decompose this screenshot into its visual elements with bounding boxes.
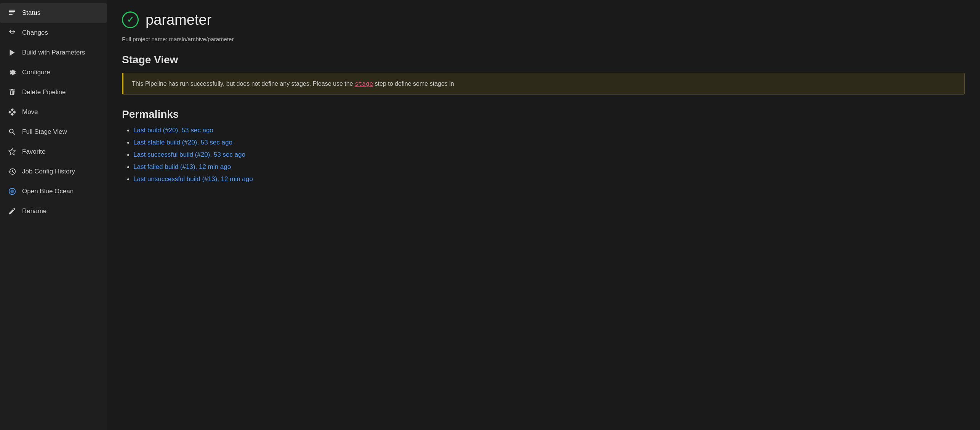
sidebar-item-label: Favorite xyxy=(22,148,45,156)
list-item: Last build (#20), 53 sec ago xyxy=(133,127,965,134)
sidebar-item-status[interactable]: Status xyxy=(0,3,107,23)
list-item: Last stable build (#20), 53 sec ago xyxy=(133,139,965,146)
main-content: ✓ parameter Full project name: marslo/ar… xyxy=(107,0,980,430)
page-header: ✓ parameter xyxy=(122,11,965,28)
sidebar-item-label: Job Config History xyxy=(22,168,75,175)
warning-text-before: This Pipeline has run successfully, but … xyxy=(132,80,355,87)
sidebar-item-favorite[interactable]: Favorite xyxy=(0,142,107,162)
sidebar-item-full-stage-view[interactable]: Full Stage View xyxy=(0,122,107,142)
permalink-link-last-failed-build[interactable]: Last failed build (#13), 12 min ago xyxy=(133,163,231,170)
svg-rect-2 xyxy=(9,13,14,13)
permalinks-list: Last build (#20), 53 sec agoLast stable … xyxy=(122,127,965,183)
search-icon xyxy=(8,127,17,136)
permalink-link-last-successful-build[interactable]: Last successful build (#20), 53 sec ago xyxy=(133,151,245,158)
full-project-name: Full project name: marslo/archive/parame… xyxy=(122,36,965,42)
blue-ocean-icon xyxy=(8,187,17,196)
trash-icon xyxy=(8,88,17,97)
sidebar-item-label: Build with Parameters xyxy=(22,49,85,56)
full-project-name-label: Full project name: xyxy=(122,36,167,42)
stage-view-title: Stage View xyxy=(122,54,965,66)
status-icon xyxy=(8,8,17,18)
gear-icon xyxy=(8,68,17,77)
list-item: Last successful build (#20), 53 sec ago xyxy=(133,151,965,159)
status-success-icon: ✓ xyxy=(122,11,139,28)
sidebar-item-label: Configure xyxy=(22,69,50,76)
star-icon xyxy=(8,147,17,156)
svg-rect-3 xyxy=(9,14,13,15)
sidebar-item-label: Full Stage View xyxy=(22,128,67,136)
list-item: Last unsuccessful build (#13), 12 min ag… xyxy=(133,175,965,183)
sidebar-item-configure[interactable]: Configure xyxy=(0,63,107,82)
warning-text-after: step to define some stages in xyxy=(373,80,454,87)
sidebar: Status Changes Build with Parameters Con… xyxy=(0,0,107,430)
svg-rect-0 xyxy=(9,10,16,11)
permalink-link-last-unsuccessful-build[interactable]: Last unsuccessful build (#13), 12 min ag… xyxy=(133,175,253,183)
sidebar-item-label: Delete Pipeline xyxy=(22,88,66,96)
stage-link[interactable]: stage xyxy=(355,80,373,87)
full-project-name-value: marslo/archive/parameter xyxy=(169,36,234,42)
sidebar-item-changes[interactable]: Changes xyxy=(0,23,107,43)
sidebar-item-label: Open Blue Ocean xyxy=(22,188,74,195)
build-icon xyxy=(8,48,17,57)
sidebar-item-move[interactable]: Move xyxy=(0,102,107,122)
history-icon xyxy=(8,167,17,176)
list-item: Last failed build (#13), 12 min ago xyxy=(133,163,965,171)
move-icon xyxy=(8,108,17,117)
sidebar-item-build-with-parameters[interactable]: Build with Parameters xyxy=(0,43,107,63)
svg-marker-4 xyxy=(10,50,15,56)
sidebar-item-delete-pipeline[interactable]: Delete Pipeline xyxy=(0,82,107,102)
rename-icon xyxy=(8,207,17,216)
svg-rect-1 xyxy=(9,11,16,12)
permalink-link-last-build[interactable]: Last build (#20), 53 sec ago xyxy=(133,127,213,134)
stage-view-warning: This Pipeline has run successfully, but … xyxy=(122,73,965,95)
sidebar-item-job-config-history[interactable]: Job Config History xyxy=(0,162,107,181)
svg-point-6 xyxy=(10,189,14,193)
sidebar-item-label: Move xyxy=(22,108,38,116)
sidebar-item-label: Changes xyxy=(22,29,48,37)
sidebar-item-label: Status xyxy=(22,9,40,17)
sidebar-item-rename[interactable]: Rename xyxy=(0,201,107,221)
permalinks-title: Permalinks xyxy=(122,108,965,120)
sidebar-item-label: Rename xyxy=(22,207,46,215)
permalink-link-last-stable-build[interactable]: Last stable build (#20), 53 sec ago xyxy=(133,139,232,146)
changes-icon xyxy=(8,28,17,37)
sidebar-item-open-blue-ocean[interactable]: Open Blue Ocean xyxy=(0,181,107,201)
page-title: parameter xyxy=(146,12,211,28)
